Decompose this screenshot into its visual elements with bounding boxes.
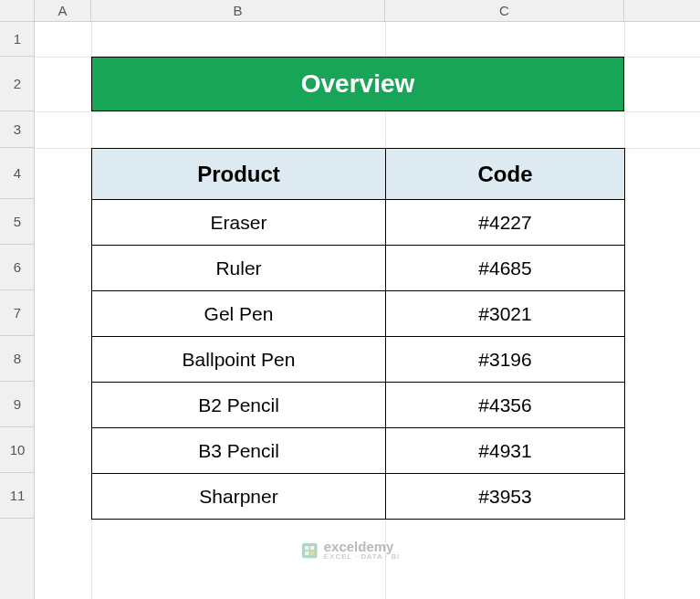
row-header-11[interactable]: 11 <box>0 473 35 519</box>
table-row: Ruler #4685 <box>92 246 625 291</box>
svg-rect-2 <box>310 546 314 550</box>
svg-rect-0 <box>301 542 317 558</box>
row-header-1[interactable]: 1 <box>0 22 35 57</box>
cell-code[interactable]: #3196 <box>386 337 625 383</box>
cell-code[interactable]: #4227 <box>386 200 625 246</box>
row-header-6[interactable]: 6 <box>0 245 35 290</box>
cell-code[interactable]: #3953 <box>386 474 625 520</box>
cell-code[interactable]: #4356 <box>386 383 625 428</box>
row-header-9[interactable]: 9 <box>0 382 35 427</box>
watermark: exceldemy EXCEL · DATA · BI <box>300 540 401 561</box>
row-header-5[interactable]: 5 <box>0 199 35 245</box>
cell-product[interactable]: B2 Pencil <box>92 383 386 428</box>
cell-product[interactable]: Gel Pen <box>92 291 386 337</box>
svg-rect-4 <box>310 551 314 554</box>
watermark-tagline: EXCEL · DATA · BI <box>324 553 401 561</box>
cell-product[interactable]: Sharpner <box>92 474 386 520</box>
cell-code[interactable]: #4931 <box>386 428 625 474</box>
row-header-7[interactable]: 7 <box>0 290 35 336</box>
row-header-8[interactable]: 8 <box>0 336 35 382</box>
spreadsheet-view: A B C 1 2 3 4 5 6 7 8 9 10 11 Overview P… <box>0 0 700 599</box>
table-row: Gel Pen #3021 <box>92 291 625 337</box>
cell-area[interactable]: Overview Product Code Eraser #4227 Ruler… <box>35 22 700 599</box>
cell-product[interactable]: Ruler <box>92 246 386 291</box>
cell-product[interactable]: B3 Pencil <box>92 428 386 474</box>
column-header-A[interactable]: A <box>35 0 91 22</box>
watermark-text: exceldemy <box>324 540 401 553</box>
cell-code[interactable]: #3021 <box>386 291 625 337</box>
table-header-row: Product Code <box>92 149 625 200</box>
row-header-4[interactable]: 4 <box>0 148 35 199</box>
table-row: Eraser #4227 <box>92 200 625 246</box>
overview-banner: Overview <box>91 57 624 111</box>
data-table: Product Code Eraser #4227 Ruler #4685 Ge… <box>91 148 625 520</box>
cell-product[interactable]: Ballpoint Pen <box>92 337 386 383</box>
table-row: Sharpner #3953 <box>92 474 625 520</box>
select-all-corner[interactable] <box>0 0 35 22</box>
exceldemy-logo-icon <box>300 541 319 560</box>
svg-rect-3 <box>305 551 308 554</box>
column-header-C[interactable]: C <box>385 0 624 22</box>
row-header-2[interactable]: 2 <box>0 57 35 111</box>
cell-product[interactable]: Eraser <box>92 200 386 246</box>
gridline <box>35 111 700 112</box>
column-header-B[interactable]: B <box>91 0 385 22</box>
header-product[interactable]: Product <box>92 149 386 200</box>
table-row: B3 Pencil #4931 <box>92 428 625 474</box>
row-header-10[interactable]: 10 <box>0 427 35 473</box>
table-row: Ballpoint Pen #3196 <box>92 337 625 383</box>
table-row: B2 Pencil #4356 <box>92 383 625 428</box>
overview-title: Overview <box>301 69 415 99</box>
header-code[interactable]: Code <box>386 149 625 200</box>
svg-rect-1 <box>305 546 308 550</box>
cell-code[interactable]: #4685 <box>386 246 625 291</box>
row-header-3[interactable]: 3 <box>0 111 35 148</box>
